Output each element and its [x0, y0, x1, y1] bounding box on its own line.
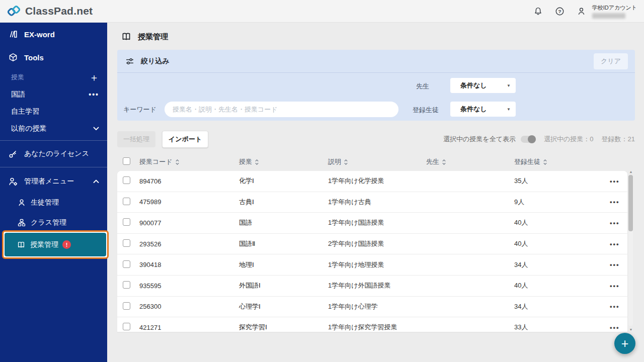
- sidebar-item-kokugo[interactable]: 国語 •••: [0, 86, 107, 103]
- scroll-up-icon[interactable]: ▲: [628, 170, 633, 174]
- row-more-icon[interactable]: •••: [610, 282, 620, 290]
- student-count: 40人: [514, 218, 610, 227]
- student-person-icon: [17, 198, 26, 207]
- add-course-icon[interactable]: ＋: [89, 71, 99, 84]
- column-header-teacher[interactable]: 先生: [426, 157, 514, 166]
- table-row[interactable]: 475989 古典Ⅰ 1学年向け古典 9人 •••: [117, 192, 627, 213]
- row-checkbox[interactable]: [123, 218, 130, 226]
- dropdown-arrow-icon: ▼: [507, 107, 511, 112]
- course-description: 1学年向け化学授業: [328, 176, 426, 186]
- sidebar-item-class-management[interactable]: クラス管理: [0, 213, 107, 233]
- row-more-icon[interactable]: •••: [610, 261, 620, 268]
- row-checkbox[interactable]: [123, 239, 130, 247]
- sidebar-item-self-study[interactable]: 自主学習: [0, 103, 107, 120]
- row-more-icon[interactable]: •••: [610, 177, 620, 185]
- select-all-checkbox[interactable]: [123, 157, 130, 165]
- row-checkbox[interactable]: [123, 302, 130, 310]
- table-row[interactable]: 421271 探究学習Ⅰ 1学年向け探究学習授業 33人 •••: [117, 317, 627, 332]
- filter-title: 絞り込み: [141, 57, 170, 66]
- course-code: 390418: [139, 261, 239, 268]
- course-name: 外国語Ⅰ: [239, 281, 328, 290]
- row-more-icon[interactable]: •••: [610, 219, 620, 227]
- row-checkbox[interactable]: [123, 176, 130, 184]
- account-person-icon[interactable]: [577, 7, 586, 16]
- notifications-bell-icon[interactable]: [533, 7, 543, 16]
- column-header-description[interactable]: 説明: [328, 157, 426, 166]
- sidebar-item-label: クラス管理: [31, 218, 66, 227]
- clear-filter-button[interactable]: クリア: [594, 53, 628, 69]
- scrollbar-thumb[interactable]: [628, 175, 633, 231]
- sidebar-item-label: 自主学習: [11, 107, 39, 116]
- students-filter-value: 条件なし: [460, 105, 487, 114]
- row-checkbox[interactable]: [123, 323, 130, 330]
- selected-count: 選択中の授業：0: [544, 135, 594, 144]
- table-row[interactable]: 935595 外国語Ⅰ 1学年向け外国語授業 40人 •••: [117, 276, 627, 297]
- key-icon: [8, 149, 18, 159]
- app-header: ClassPad.net ? 学校IDアカウント: [0, 0, 644, 23]
- account-info[interactable]: 学校IDアカウント: [592, 4, 637, 19]
- sidebar-item-ex-word[interactable]: EX-word: [0, 23, 107, 46]
- add-course-fab[interactable]: +: [614, 333, 635, 354]
- sidebar-item-previous-courses[interactable]: 以前の授業: [0, 120, 107, 137]
- table-header: 授業コード 授業 説明 先生 登録生徒: [117, 153, 627, 171]
- total-count: 登録数：21: [602, 135, 635, 144]
- sidebar-item-student-management[interactable]: 生徒管理: [0, 193, 107, 213]
- course-code: 421271: [139, 324, 239, 331]
- page-title-book-icon: [121, 31, 132, 42]
- row-more-icon[interactable]: •••: [610, 240, 620, 248]
- help-icon[interactable]: ?: [555, 7, 565, 16]
- students-filter-label: 登録生徒: [413, 106, 439, 115]
- sort-icon: [442, 159, 446, 165]
- column-header-code[interactable]: 授業コード: [139, 157, 239, 166]
- course-code: 293526: [139, 240, 239, 248]
- chevron-up-icon: [93, 179, 99, 184]
- row-checkbox[interactable]: [123, 198, 130, 205]
- alert-badge: !: [62, 240, 71, 249]
- scroll-down-icon[interactable]: ▼: [628, 328, 633, 332]
- sidebar-item-admin-menu[interactable]: 管理者メニュー: [0, 170, 107, 193]
- sort-icon: [175, 159, 180, 165]
- brand[interactable]: ClassPad.net: [7, 5, 93, 18]
- import-button[interactable]: インポート: [162, 131, 208, 148]
- course-code: 475989: [139, 198, 239, 206]
- show-selected-label: 選択中の授業を全て表示: [443, 135, 516, 144]
- row-more-icon[interactable]: •••: [610, 198, 620, 206]
- row-checkbox[interactable]: [123, 260, 130, 268]
- account-type-label: 学校IDアカウント: [592, 4, 637, 12]
- sidebar-item-tools[interactable]: Tools: [0, 46, 107, 69]
- course-name: 国語: [239, 218, 328, 227]
- column-header-students[interactable]: 登録生徒: [514, 157, 610, 166]
- table-row[interactable]: 390418 地理Ⅰ 1学年向け地理授業 34人 •••: [117, 254, 627, 276]
- sidebar-item-course-management-selected[interactable]: 授業管理 !: [5, 233, 106, 256]
- sidebar-item-label: 以前の授業: [11, 124, 46, 133]
- table-row[interactable]: 894706 化学Ⅰ 1学年向け化学授業 35人 •••: [117, 171, 627, 192]
- row-more-icon[interactable]: •••: [610, 324, 620, 331]
- more-options-icon[interactable]: •••: [89, 90, 99, 99]
- admin-person-gear-icon: [8, 176, 18, 187]
- keyword-search-input[interactable]: [165, 102, 398, 117]
- students-filter-select[interactable]: 条件なし ▼: [450, 102, 516, 117]
- sort-icon: [255, 159, 259, 165]
- row-checkbox[interactable]: [123, 281, 130, 289]
- show-selected-toggle[interactable]: [521, 136, 536, 143]
- table-body: 894706 化学Ⅰ 1学年向け化学授業 35人 ••• 475989 古典Ⅰ …: [117, 171, 627, 332]
- teacher-filter-select[interactable]: 条件なし ▼: [450, 78, 516, 93]
- student-count: 33人: [514, 323, 610, 332]
- bulk-action-button[interactable]: 一括処理: [117, 131, 155, 147]
- course-name: 探究学習Ⅰ: [239, 323, 328, 332]
- course-code: 256300: [139, 303, 239, 310]
- student-count: 34人: [514, 260, 610, 269]
- course-description: 2学年向け国語授業: [328, 239, 426, 248]
- table-row[interactable]: 900077 国語 1学年向け国語授業 40人 •••: [117, 213, 627, 234]
- column-header-course[interactable]: 授業: [239, 157, 328, 166]
- row-more-icon[interactable]: •••: [610, 303, 620, 310]
- class-orgchart-icon: [17, 218, 26, 227]
- sidebar-item-license[interactable]: あなたのライセンス: [0, 144, 107, 164]
- table-row[interactable]: 293526 国語Ⅱ 2学年向け国語授業 40人 •••: [117, 234, 627, 255]
- table-scrollbar[interactable]: ▲ ▼: [628, 170, 633, 332]
- course-code: 894706: [139, 177, 239, 185]
- sidebar-item-label: EX-word: [24, 30, 55, 39]
- keyword-label: キーワード: [123, 105, 156, 114]
- table-row[interactable]: 256300 心理学Ⅰ 1学年向け心理学 34人 •••: [117, 297, 627, 318]
- sidebar-item-label: 授業管理: [30, 240, 58, 249]
